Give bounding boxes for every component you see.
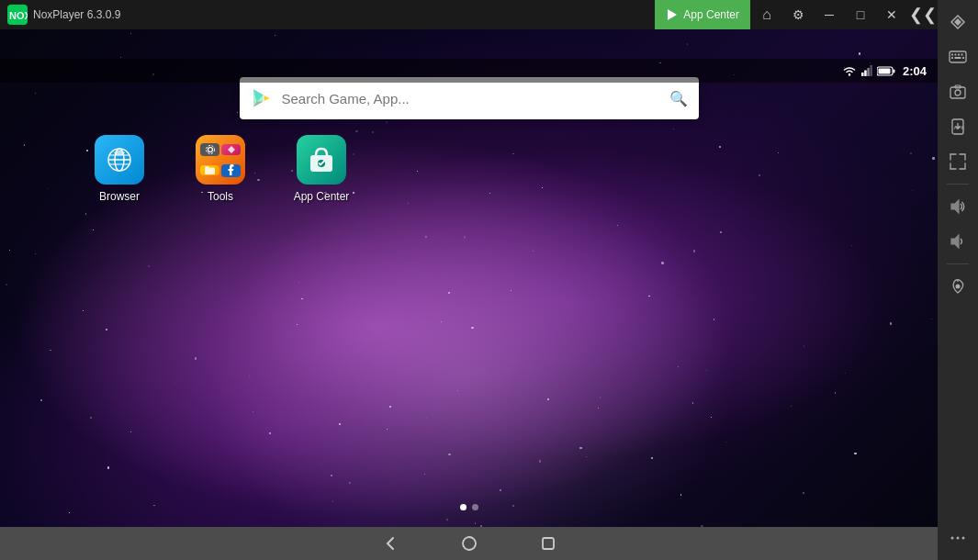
signal-icon bbox=[861, 65, 872, 76]
svg-rect-5 bbox=[864, 71, 867, 77]
search-input[interactable] bbox=[282, 91, 660, 106]
back-icon bbox=[382, 535, 399, 552]
volume-up-sidebar-btn[interactable] bbox=[941, 190, 974, 223]
browser-app-icon[interactable]: Browser bbox=[92, 135, 147, 203]
nox-logo-icon: NOX bbox=[7, 5, 28, 25]
multi-btn[interactable]: ❮❮ bbox=[908, 0, 938, 29]
browser-icon-bg bbox=[95, 135, 144, 185]
browser-label: Browser bbox=[99, 190, 140, 203]
svg-rect-27 bbox=[958, 54, 960, 56]
svg-point-42 bbox=[951, 537, 954, 540]
recent-icon bbox=[541, 536, 556, 551]
home-icon bbox=[461, 535, 478, 552]
status-bar: 2:04 bbox=[0, 59, 938, 83]
svg-rect-7 bbox=[870, 65, 872, 76]
tools-sub-pink bbox=[221, 144, 241, 155]
svg-point-20 bbox=[463, 537, 476, 550]
volume-down-icon bbox=[950, 233, 966, 250]
appcenter-app-icon[interactable]: App Center bbox=[294, 135, 349, 203]
page-dots bbox=[460, 504, 478, 510]
search-bar: 🔍 bbox=[240, 77, 699, 119]
svg-rect-32 bbox=[950, 87, 965, 98]
svg-rect-30 bbox=[955, 57, 961, 59]
resize-sidebar-btn[interactable] bbox=[941, 145, 974, 178]
settings-title-btn[interactable]: ⚙ bbox=[783, 0, 813, 29]
screenshot-sidebar-btn[interactable] bbox=[941, 75, 974, 108]
tools-label: Tools bbox=[208, 190, 233, 203]
svg-point-17 bbox=[206, 145, 214, 153]
more-sidebar-btn[interactable] bbox=[941, 521, 974, 554]
android-nav bbox=[0, 527, 938, 560]
back-nav-btn[interactable] bbox=[374, 531, 407, 556]
title-app-name: NoxPlayer 6.3.0.9 bbox=[33, 8, 120, 21]
svg-rect-4 bbox=[861, 73, 864, 76]
svg-text:NOX: NOX bbox=[9, 10, 28, 21]
svg-rect-29 bbox=[951, 57, 953, 59]
status-icons bbox=[842, 65, 895, 76]
maximize-title-btn[interactable]: □ bbox=[846, 0, 875, 29]
android-screen: 2:04 🔍 bbox=[0, 29, 938, 527]
right-sidebar: APK bbox=[938, 0, 978, 560]
time-display: 2:04 bbox=[903, 64, 927, 78]
home-nav-btn[interactable] bbox=[453, 531, 486, 556]
svg-rect-26 bbox=[955, 54, 957, 56]
search-container: 🔍 bbox=[240, 77, 699, 119]
svg-rect-28 bbox=[961, 54, 963, 56]
svg-marker-2 bbox=[668, 9, 677, 20]
title-right: App Center ⌂ ⚙ ─ □ ✕ ❮❮ bbox=[655, 0, 938, 29]
keyboard-icon bbox=[949, 50, 967, 63]
keyboard-sidebar-btn[interactable] bbox=[941, 40, 974, 73]
svg-rect-25 bbox=[951, 54, 953, 56]
wifi-icon bbox=[842, 65, 857, 76]
volume-down-sidebar-btn[interactable] bbox=[941, 225, 974, 258]
home-title-btn[interactable]: ⌂ bbox=[752, 0, 781, 29]
keymapper-sidebar-btn[interactable] bbox=[941, 6, 974, 39]
battery-icon bbox=[877, 66, 895, 76]
more-icon bbox=[950, 532, 966, 544]
volume-up-icon bbox=[950, 198, 966, 215]
app-center-label: App Center bbox=[683, 8, 739, 21]
desktop-icons: Browser bbox=[92, 135, 349, 203]
tools-sub-gear bbox=[200, 143, 219, 156]
tools-sub-fb bbox=[221, 164, 241, 177]
play-store-icon bbox=[666, 8, 679, 21]
screenshot-icon bbox=[950, 84, 966, 99]
recent-nav-btn[interactable] bbox=[532, 531, 565, 556]
tools-app-icon[interactable]: Tools bbox=[193, 135, 248, 203]
apk-icon: APK bbox=[950, 118, 966, 135]
boost-sidebar-btn[interactable] bbox=[941, 270, 974, 303]
sidebar-divider-1 bbox=[947, 184, 969, 185]
app-center-button[interactable]: App Center bbox=[655, 0, 750, 29]
nox-logo: NOX NoxPlayer 6.3.0.9 bbox=[7, 5, 120, 25]
browser-icon-svg bbox=[103, 143, 136, 176]
search-icon[interactable]: 🔍 bbox=[669, 90, 688, 107]
svg-point-3 bbox=[849, 73, 850, 75]
svg-point-16 bbox=[208, 147, 212, 151]
apk-install-sidebar-btn[interactable]: APK bbox=[941, 110, 974, 143]
page-dot-1[interactable] bbox=[460, 504, 467, 510]
svg-marker-38 bbox=[951, 200, 959, 213]
emulator-area: NOX NoxPlayer 6.3.0.9 App Center ⌂ ⚙ ─ □… bbox=[0, 0, 938, 560]
svg-point-43 bbox=[957, 537, 960, 540]
close-title-btn[interactable]: ✕ bbox=[877, 0, 906, 29]
svg-point-44 bbox=[962, 537, 965, 540]
resize-icon bbox=[950, 153, 966, 170]
google-play-icon bbox=[251, 87, 273, 109]
svg-point-33 bbox=[955, 90, 961, 95]
tools-icon-bg bbox=[196, 135, 245, 185]
svg-marker-23 bbox=[954, 18, 961, 26]
svg-rect-10 bbox=[878, 68, 890, 73]
page-dot-2[interactable] bbox=[472, 504, 478, 510]
keymapper-icon bbox=[949, 13, 967, 31]
svg-rect-21 bbox=[543, 538, 554, 549]
svg-marker-39 bbox=[951, 235, 959, 248]
svg-rect-9 bbox=[893, 69, 894, 73]
svg-rect-6 bbox=[867, 68, 870, 76]
svg-point-40 bbox=[956, 285, 961, 289]
minimize-title-btn[interactable]: ─ bbox=[815, 0, 844, 29]
boost-icon bbox=[950, 278, 966, 295]
tools-sub-folder bbox=[200, 165, 219, 175]
appcenter-icon-bg bbox=[297, 135, 346, 185]
appcenter-label: App Center bbox=[294, 190, 350, 203]
appcenter-icon-svg bbox=[306, 144, 337, 175]
